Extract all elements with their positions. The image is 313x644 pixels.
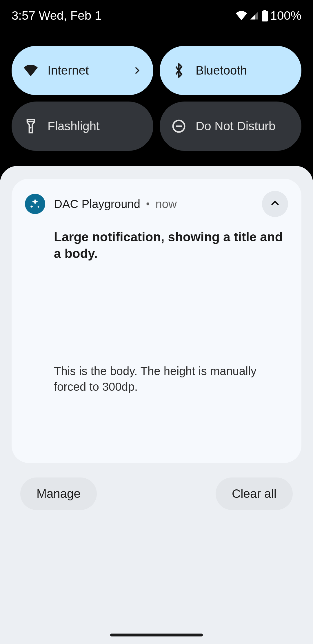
clear-all-button[interactable]: Clear all [216,477,293,510]
signal-icon [249,11,259,20]
bluetooth-icon [171,63,186,78]
qs-tile-label: Bluetooth [196,64,290,77]
flashlight-icon [23,119,38,134]
notification-header: DAC Playground • now [25,191,288,217]
qs-tile-flashlight[interactable]: Flashlight [12,102,153,151]
wifi-icon [23,65,38,76]
qs-tile-label: Internet [48,64,132,77]
qs-tile-bluetooth[interactable]: Bluetooth [160,46,301,95]
dnd-icon [171,119,186,133]
notification-app-name: DAC Playground [54,198,140,211]
battery-icon [261,10,269,21]
notification-body: This is the body. The height is manually… [54,363,280,395]
quick-settings-grid: Internet Bluetooth Flashlight Do Not Dis… [0,31,313,162]
notification-title: Large notification, showing a title and … [54,229,288,262]
qs-tile-label: Flashlight [48,119,142,133]
svg-rect-0 [262,11,268,21]
svg-point-2 [30,127,31,129]
status-date: Wed, Feb 1 [39,9,101,23]
wifi-icon [236,11,247,20]
navigation-handle[interactable] [110,634,203,636]
manage-button[interactable]: Manage [20,477,97,510]
svg-rect-1 [263,10,266,11]
qs-tile-dnd[interactable]: Do Not Disturb [160,102,301,151]
battery-percent: 100% [270,9,301,23]
status-right: 100% [236,9,301,23]
notification-content: Large notification, showing a title and … [54,229,288,450]
notification-time: now [156,198,262,211]
notification-shade[interactable]: DAC Playground • now Large notification,… [0,166,313,644]
status-bar: 3:57 Wed, Feb 1 100% [0,0,313,31]
chevron-up-icon [269,198,281,210]
notification-actions: Manage Clear all [12,463,301,510]
qs-tile-internet[interactable]: Internet [12,46,153,95]
notification-card[interactable]: DAC Playground • now Large notification,… [12,179,301,463]
qs-tile-label: Do Not Disturb [196,119,290,133]
chevron-right-icon [132,66,142,75]
clock: 3:57 [12,9,35,23]
collapse-button[interactable] [262,191,288,217]
status-left: 3:57 Wed, Feb 1 [12,9,101,23]
separator: • [146,198,150,210]
app-icon [25,194,45,214]
